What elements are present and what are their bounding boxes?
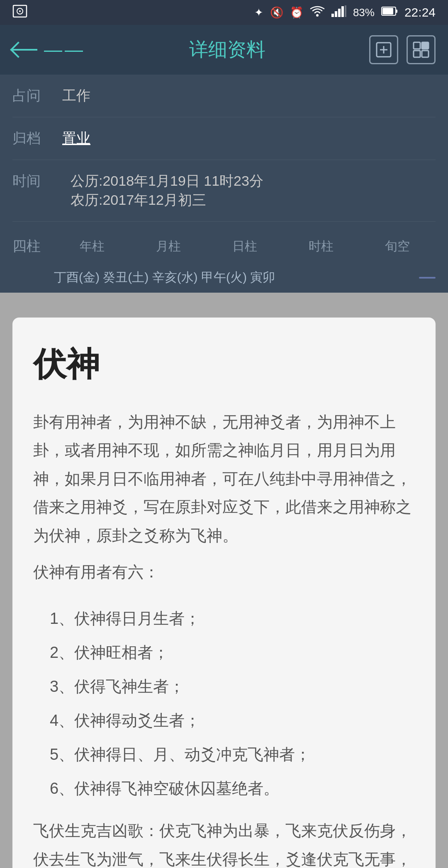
scroll-indicator <box>419 277 436 279</box>
pillars-header: 四柱 年柱 月柱 日柱 时柱 旬空 <box>0 222 448 262</box>
pillar-col-day: 日柱 <box>232 238 257 255</box>
info-row-guidang: 归档 置业 <box>12 117 436 160</box>
edit-icon-button[interactable] <box>369 35 398 64</box>
grid-icon-button[interactable] <box>407 35 436 64</box>
pillar-col-year: 年柱 <box>80 238 105 255</box>
nav-bar: —— 详细资料 <box>0 25 448 75</box>
svg-rect-16 <box>422 42 429 49</box>
battery-icon <box>381 6 398 19</box>
value-zhanwen: 工作 <box>62 86 90 105</box>
svg-rect-17 <box>414 51 420 57</box>
svg-rect-8 <box>345 5 346 17</box>
pillar-values: 丁酉(金) 癸丑(土) 辛亥(水) 甲午(火) 寅卯 <box>12 269 436 286</box>
label-guidang: 归档 <box>12 129 54 148</box>
list-item-5: 5、伏神得日、月、动爻冲克飞神者； <box>50 739 415 770</box>
status-time: 22:24 <box>404 5 436 19</box>
list-item-2: 2、伏神旺相者； <box>50 637 415 668</box>
pillar-values-text: 丁酉(金) 癸丑(土) 辛亥(水) 甲午(火) 寅卯 <box>54 269 275 286</box>
pillars-columns: 年柱 月柱 日柱 时柱 旬空 <box>54 238 436 255</box>
pillar-col-xunkong: 旬空 <box>385 238 410 255</box>
svg-rect-11 <box>396 10 397 13</box>
value-gregorian: 公历:2018年1月19日 11时23分 <box>71 172 263 191</box>
signal-icon <box>331 5 346 20</box>
back-button[interactable]: —— <box>12 39 85 60</box>
label-shijian: 时间 <box>12 172 54 191</box>
modal-backdrop: 伏神 卦有用神者，为用神不缺，无用神爻者，为用神不上卦，或者用神不现，如所需之神… <box>0 293 448 868</box>
info-row-shijian: 时间 公历:2018年1月19日 11时23分 农历:2017年12月初三 <box>12 160 436 222</box>
list-item-1: 1、伏神得日月生者； <box>50 603 415 634</box>
modal-paragraph-1: 卦有用神者，为用神不缺，无用神爻者，为用神不上卦，或者用神不现，如所需之神临月日… <box>33 408 415 550</box>
status-left-icon <box>12 4 27 22</box>
svg-rect-5 <box>335 11 337 17</box>
pillars-row: 四柱 年柱 月柱 日柱 时柱 旬空 <box>12 230 436 262</box>
alarm-icon: ⏰ <box>290 6 303 19</box>
list-item-3: 3、伏得飞神生者； <box>50 671 415 702</box>
pillars-label: 四柱 <box>12 237 54 256</box>
mute-icon: 🔇 <box>270 6 283 19</box>
svg-rect-15 <box>414 42 420 49</box>
modal-title: 伏神 <box>33 342 415 387</box>
status-right-icons: ✦ 🔇 ⏰ 83% <box>254 5 436 20</box>
pillar-col-hour: 时柱 <box>309 238 334 255</box>
modal-list: 1、伏神得日月生者； 2、伏神旺相者； 3、伏得飞神生者； 4、伏神得动爻生者；… <box>50 603 415 804</box>
svg-rect-4 <box>331 14 334 17</box>
info-section: 占问 工作 归档 置业 时间 公历:2018年1月19日 11时23分 农历:2… <box>0 75 448 222</box>
value-guidang: 置业 <box>62 129 90 148</box>
list-item-4: 4、伏神得动爻生者； <box>50 705 415 736</box>
list-item-6: 6、伏神得飞神空破休囚墓绝者。 <box>50 773 415 804</box>
svg-point-3 <box>316 14 319 17</box>
value-lunar: 农历:2017年12月初三 <box>71 191 263 210</box>
pillar-col-month: 月柱 <box>156 238 181 255</box>
modal-footer-text: 飞伏生克吉凶歌：伏克飞神为出暴，飞来克伏反伤身，伏去生飞为泄气，飞来生伏得长生，… <box>33 817 415 868</box>
status-bar: ✦ 🔇 ⏰ 83% <box>0 0 448 25</box>
nav-actions <box>369 35 436 64</box>
modal-body-paragraph1: 卦有用神者，为用神不缺，无用神爻者，为用神不上卦，或者用神不现，如所需之神临月日… <box>33 408 415 586</box>
svg-rect-6 <box>338 9 341 17</box>
modal-paragraph-2: 伏神有用者有六： <box>33 558 415 586</box>
bluetooth-icon: ✦ <box>254 6 263 19</box>
label-zhanwen: 占问 <box>12 86 54 105</box>
page-title: 详细资料 <box>189 37 265 63</box>
battery-text: 83% <box>353 6 375 19</box>
svg-rect-10 <box>382 8 393 15</box>
back-arrow-icon <box>12 49 37 51</box>
info-row-zhanwen: 占问 工作 <box>12 75 436 117</box>
svg-rect-18 <box>422 51 429 57</box>
wifi-icon <box>310 5 325 20</box>
pillar-values-section: 丁酉(金) 癸丑(土) 辛亥(水) 甲午(火) 寅卯 <box>0 262 448 293</box>
svg-point-2 <box>19 10 21 12</box>
modal-card: 伏神 卦有用神者，为用神不缺，无用神爻者，为用神不上卦，或者用神不现，如所需之神… <box>12 318 436 868</box>
svg-rect-7 <box>341 6 344 17</box>
